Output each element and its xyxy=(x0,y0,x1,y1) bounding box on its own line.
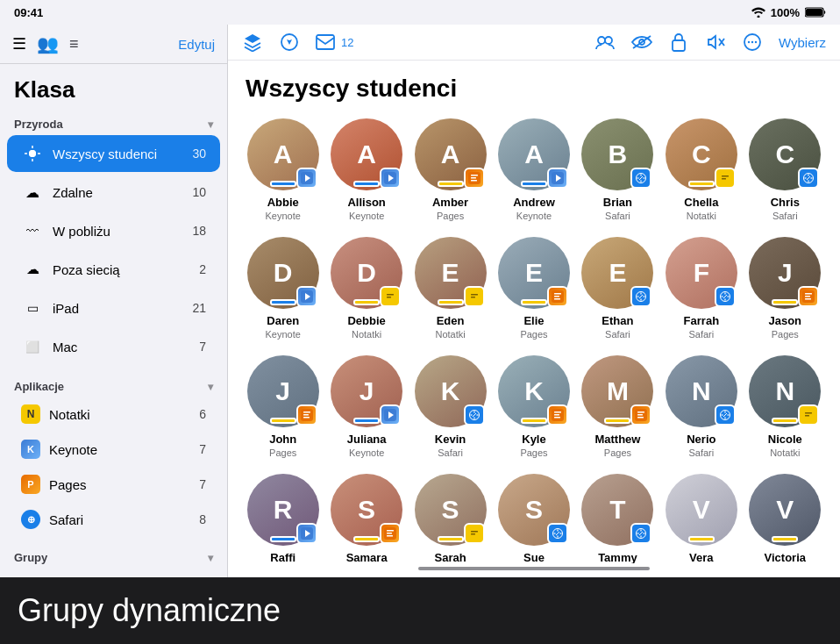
mute-icon[interactable] xyxy=(705,32,726,53)
student-name-matthew: Matthew xyxy=(594,433,640,446)
student-card-andrew[interactable]: AAndrewKeynote xyxy=(496,118,571,221)
student-name-chella: Chella xyxy=(684,196,718,209)
student-card-samara[interactable]: SSamaraPages xyxy=(329,474,403,563)
student-app-ethan: Safari xyxy=(605,329,630,340)
notatki-count: 6 xyxy=(199,407,206,421)
badge-strip-juliana xyxy=(353,418,380,424)
student-card-daren[interactable]: DDarenKeynote xyxy=(246,237,320,340)
select-button[interactable]: Wybierz xyxy=(779,35,826,50)
student-card-kevin[interactable]: KKevinSafari xyxy=(413,355,488,458)
student-card-john[interactable]: JJohnPages xyxy=(246,355,320,458)
student-card-abbie[interactable]: AAbbieKeynote xyxy=(246,118,320,221)
student-card-victoria[interactable]: VVictoriaPoza siecią xyxy=(748,474,822,563)
cloudoff-icon: ☁ xyxy=(21,258,44,281)
student-card-juliana[interactable]: JJulianaKeynote xyxy=(329,355,403,458)
student-card-farrah[interactable]: FFarrahSafari xyxy=(664,237,738,340)
svg-rect-108 xyxy=(805,412,812,414)
student-app-chris: Safari xyxy=(772,211,798,221)
badge-strip-chella xyxy=(688,181,715,187)
student-card-brian[interactable]: BBrianSafari xyxy=(580,118,655,221)
student-card-matthew[interactable]: MMatthewPages xyxy=(580,355,655,458)
sidebar-item-zdalne[interactable]: ☁ Zdalne 10 xyxy=(7,174,220,211)
sidebar-toggle-icon[interactable]: ☰ xyxy=(12,34,26,54)
svg-rect-117 xyxy=(471,531,478,533)
student-card-debbie[interactable]: DDebbieNotatki xyxy=(329,237,403,340)
more-icon[interactable] xyxy=(742,32,763,53)
compass-icon[interactable] xyxy=(279,32,300,53)
student-card-sarah[interactable]: SSarahNotatki xyxy=(413,474,488,563)
sidebar-item-pages[interactable]: P Pages 7 xyxy=(7,468,220,501)
sidebar-item-ipad[interactable]: ▭ iPad 21 xyxy=(7,290,220,326)
app-container: ☰ 👥 ≡ Edytuj Klasa Przyroda ▾ xyxy=(0,25,840,577)
student-name-ethan: Ethan xyxy=(602,314,633,327)
layers-icon[interactable] xyxy=(242,32,263,53)
app-badge-samara xyxy=(380,523,401,544)
svg-rect-41 xyxy=(722,178,726,180)
people-icon[interactable]: 👥 xyxy=(37,33,59,54)
pages-label: Pages xyxy=(49,477,199,492)
student-card-jason[interactable]: JJasonPages xyxy=(748,237,822,340)
student-name-vera: Vera xyxy=(689,551,713,563)
app-badge-john xyxy=(296,404,317,426)
sidebar-item-safari[interactable]: ⊕ Safari 8 xyxy=(7,503,220,536)
student-card-nerio[interactable]: NNerioSafari xyxy=(664,355,738,458)
badge-strip-john xyxy=(270,418,296,424)
safari-count: 8 xyxy=(199,512,206,526)
pages-count: 7 xyxy=(199,477,206,491)
student-card-chris[interactable]: CChrisSafari xyxy=(748,118,822,221)
scroll-indicator xyxy=(418,567,649,570)
section-przyroda[interactable]: Przyroda ▾ xyxy=(0,111,227,134)
lock-icon[interactable] xyxy=(668,32,689,53)
student-card-amber[interactable]: AAmberPages xyxy=(413,118,488,221)
student-card-elie[interactable]: EEliePages xyxy=(496,237,571,340)
sidebar-item-notatki[interactable]: N Notatki 6 xyxy=(7,397,220,431)
battery-label: 100% xyxy=(771,6,800,19)
svg-point-11 xyxy=(598,37,605,44)
list-icon[interactable]: ≡ xyxy=(69,35,79,54)
app-badge-abbie xyxy=(296,168,317,189)
student-card-chella[interactable]: CChellaNotatki xyxy=(664,118,738,221)
svg-rect-82 xyxy=(303,417,310,419)
badge-strip-elie xyxy=(521,299,547,305)
student-card-ethan[interactable]: EEthanSafari xyxy=(580,237,655,340)
student-card-tammy[interactable]: TTammySafari xyxy=(580,474,655,563)
student-card-kyle[interactable]: KKylePages xyxy=(496,355,571,458)
wifi-icon xyxy=(751,7,765,18)
svg-rect-15 xyxy=(673,40,685,51)
sidebar-item-understands[interactable]: 👥 Understands 12 xyxy=(7,569,220,577)
svg-rect-99 xyxy=(637,417,644,419)
student-app-debbie: Notatki xyxy=(352,329,381,340)
eye-icon[interactable] xyxy=(631,32,652,53)
sidebar-item-wszyscy[interactable]: Wszyscy studenci 30 xyxy=(7,135,220,172)
sidebar-item-keynote[interactable]: K Keynote 7 xyxy=(7,433,220,466)
sidebar-item-pozasiecią[interactable]: ☁ Poza siecią 2 xyxy=(7,251,220,288)
ipad-count: 21 xyxy=(192,301,206,315)
student-name-elie: Elie xyxy=(523,314,544,327)
svg-point-12 xyxy=(605,37,612,44)
student-app-amber: Pages xyxy=(437,211,464,221)
app-badge-juliana xyxy=(380,404,401,426)
student-name-sue: Sue xyxy=(523,551,545,563)
svg-rect-80 xyxy=(303,411,310,413)
sidebar-item-mac[interactable]: ⬜ Mac 7 xyxy=(7,328,220,365)
edit-button[interactable]: Edytuj xyxy=(178,37,215,52)
student-card-vera[interactable]: VVeraPoza siecią xyxy=(664,474,738,563)
mail-button[interactable]: 12 xyxy=(316,34,353,50)
group2-icon[interactable] xyxy=(594,32,616,53)
app-badge-elie xyxy=(547,286,568,307)
student-card-allison[interactable]: AAllisonKeynote xyxy=(329,118,403,221)
wpobliżu-count: 18 xyxy=(192,224,206,238)
app-badge-nerio xyxy=(715,404,736,426)
section-aplikacje[interactable]: Aplikacje ▾ xyxy=(0,373,227,397)
student-card-raffi[interactable]: RRaffiKeynote xyxy=(246,474,320,563)
sidebar-item-wpobliżu[interactable]: 〰 W pobliżu 18 xyxy=(7,212,220,249)
section-grupy[interactable]: Grupy ▾ xyxy=(0,544,227,568)
svg-rect-77 xyxy=(805,296,810,297)
student-name-chris: Chris xyxy=(771,196,800,209)
student-card-eden[interactable]: EEdenNotatki xyxy=(413,237,488,340)
status-indicators: 100% xyxy=(751,6,826,19)
student-card-nicole[interactable]: NNicoleNotatki xyxy=(748,355,822,458)
badge-strip-samara xyxy=(353,536,380,542)
app-badge-amber xyxy=(464,168,485,189)
student-card-sue[interactable]: SSueSafari xyxy=(496,474,571,563)
